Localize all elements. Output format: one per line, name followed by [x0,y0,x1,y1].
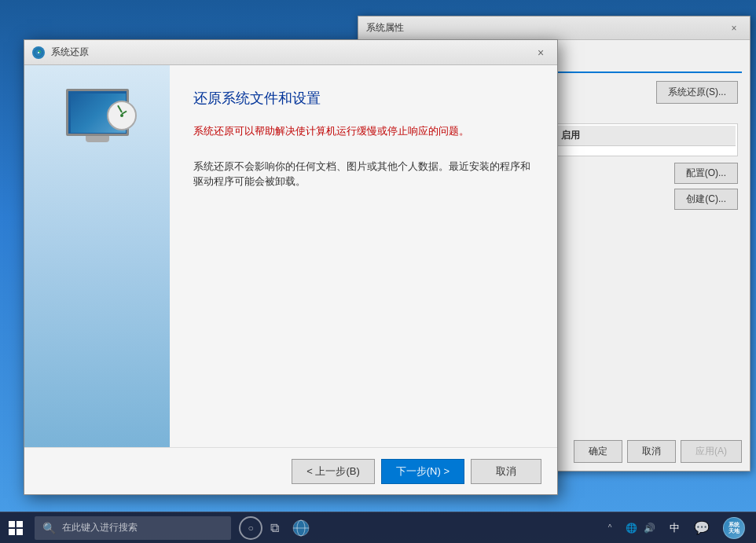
system-restore-button[interactable]: 系统还原(S)... [656,81,738,104]
monitor-icon [58,89,137,152]
task-view-button[interactable]: ⧉ [266,521,284,535]
restore-description2: 系统还原不会影响你的任何文档、图片或其他个人数据。最近安装的程序和驱动程序可能会… [193,159,534,189]
system-properties-title: 系统属性 [366,21,404,35]
action-center-icon: 💬 [694,520,710,535]
taskbar: 🔍 在此键入进行搜索 ○ ⧉ ^ 🌐 🔊 中 💬 [0,512,756,543]
taskbar-search-box[interactable]: 🔍 在此键入进行搜索 [35,516,231,540]
task-view-icon: ⧉ [270,521,279,534]
create-button[interactable]: 创建(C)... [674,189,738,210]
restore-desc1-highlight: 停止 [387,125,408,137]
volume-icon[interactable]: 🔊 [644,523,655,534]
taskbar-right: ^ 🌐 🔊 中 💬 系统天地 [604,512,756,544]
system-properties-footer: 确定 取消 应用(A) [574,440,742,463]
start-icon-tr [17,521,23,527]
restore-dialog: 系统还原 × 还原系统文件和设置 [24,39,558,495]
network-icon[interactable]: 🌐 [626,523,637,534]
restore-title-left: 系统还原 [32,46,89,59]
restore-heading: 还原系统文件和设置 [193,89,534,108]
restore-desc1-part2: 响应的问题。 [408,125,469,137]
restore-title-icon [32,46,45,59]
start-icon-br [17,529,23,535]
clock-center [120,114,123,117]
search-icon: 🔍 [42,522,56,534]
taskbar-pinned-apps: ○ ⧉ [239,514,315,542]
restore-cancel-button[interactable]: 取消 [471,459,541,484]
back-button[interactable]: < 上一步(B) [292,459,375,484]
chevron-up-icon: ^ [608,523,612,532]
taskbar-globe-button[interactable]: 系统天地 [720,514,748,542]
search-placeholder-text: 在此键入进行搜索 [62,521,138,534]
apply-button[interactable]: 应用(A) [681,440,742,463]
clock-icon [107,101,137,130]
restore-body: 还原系统文件和设置 系统还原可以帮助解决使计算机运行缓慢或停止响应的问题。 系统… [24,65,557,447]
system-properties-close-button[interactable]: × [726,20,742,36]
enabled-col-header: 启用 [555,126,736,146]
cortana-button[interactable]: ○ [239,516,262,540]
next-button[interactable]: 下一步(N) > [381,459,464,484]
restore-description1: 系统还原可以帮助解决使计算机运行缓慢或停止响应的问题。 [193,123,534,139]
globe-icon: 系统天地 [723,517,745,539]
network-globe-icon [292,519,310,537]
clock-hour-hand [117,105,123,113]
ok-button[interactable]: 确定 [574,440,622,463]
restore-close-button[interactable]: × [532,44,549,61]
network-taskbar-app[interactable] [287,514,315,542]
start-icon-tl [9,521,15,527]
restore-titlebar: 系统还原 × [24,40,557,65]
notification-expand-button[interactable]: ^ [604,512,615,544]
restore-desc1-part1: 系统还原可以帮助解决使计算机运行缓慢或 [193,125,387,137]
svg-point-1 [38,52,39,53]
restore-sidebar [24,65,170,447]
start-button[interactable] [0,512,31,544]
cancel-button[interactable]: 取消 [627,440,676,463]
system-properties-titlebar: 系统属性 × [358,17,750,40]
system-tray-icons: 🌐 🔊 [619,523,662,534]
cortana-icon: ○ [248,523,253,534]
restore-icon-container [58,89,137,152]
windows-logo-icon [9,521,23,535]
globe-site-text: 系统天地 [728,522,739,534]
action-center-button[interactable]: 💬 [688,514,716,542]
restore-footer: < 上一步(B) 下一步(N) > 取消 [24,447,557,494]
configure-button[interactable]: 配置(O)... [674,163,738,184]
enabled-cell [555,148,736,154]
start-icon-bl [9,529,15,535]
restore-main: 还原系统文件和设置 系统还原可以帮助解决使计算机运行缓慢或停止响应的问题。 系统… [170,65,557,447]
language-button[interactable]: 中 [666,521,684,535]
monitor-stand [86,136,109,142]
restore-title-text: 系统还原 [51,46,89,59]
